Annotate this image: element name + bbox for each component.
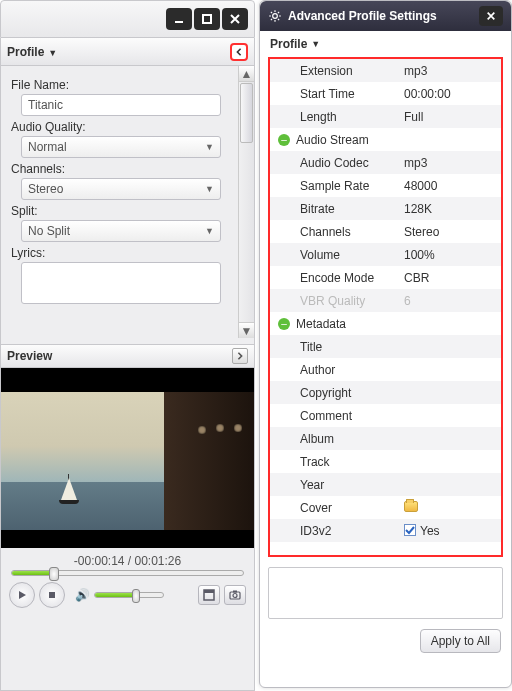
playback-time: -00:00:14 / 00:01:26 bbox=[1, 548, 254, 570]
setting-key: Copyright bbox=[270, 386, 400, 400]
folder-icon bbox=[404, 501, 418, 512]
split-select[interactable]: No Split▼ bbox=[21, 220, 221, 242]
advanced-settings-title: Advanced Profile Settings bbox=[288, 9, 437, 23]
settings-row[interactable]: VBR Quality6 bbox=[270, 289, 501, 312]
setting-key: Cover bbox=[270, 501, 400, 515]
close-button[interactable] bbox=[222, 8, 248, 30]
settings-row[interactable]: Extensionmp3 bbox=[270, 59, 501, 82]
advanced-settings-panel: Advanced Profile Settings Profile▼ Exten… bbox=[259, 0, 512, 688]
split-value: No Split bbox=[28, 224, 70, 238]
window-controls bbox=[0, 0, 255, 38]
play-button[interactable] bbox=[9, 582, 35, 608]
svg-point-8 bbox=[273, 14, 278, 19]
settings-row[interactable]: Volume100% bbox=[270, 243, 501, 266]
minimize-button[interactable] bbox=[166, 8, 192, 30]
setting-key: Bitrate bbox=[270, 202, 400, 216]
setting-key: Album bbox=[270, 432, 400, 446]
setting-value: Full bbox=[400, 110, 501, 124]
setting-key: Extension bbox=[270, 64, 400, 78]
profile-dropdown[interactable]: Profile▼ bbox=[260, 31, 511, 57]
setting-value: Yes bbox=[400, 524, 501, 538]
setting-key: Author bbox=[270, 363, 400, 377]
settings-row[interactable]: Album bbox=[270, 427, 501, 450]
expand-preview-button[interactable] bbox=[232, 348, 248, 364]
collapse-group-icon: – bbox=[278, 134, 290, 146]
dropdown-triangle-icon: ▼ bbox=[311, 39, 320, 49]
settings-row[interactable]: Comment bbox=[270, 404, 501, 427]
scroll-thumb[interactable] bbox=[240, 83, 253, 143]
collapse-left-button[interactable] bbox=[230, 43, 248, 61]
audio-quality-select[interactable]: Normal▼ bbox=[21, 136, 221, 158]
setting-key: Audio Codec bbox=[270, 156, 400, 170]
setting-key: Length bbox=[270, 110, 400, 124]
settings-row[interactable]: Bitrate128K bbox=[270, 197, 501, 220]
settings-row[interactable]: Track bbox=[270, 450, 501, 473]
setting-key: Encode Mode bbox=[270, 271, 400, 285]
collapse-group-icon: – bbox=[278, 318, 290, 330]
snapshot-button[interactable] bbox=[224, 585, 246, 605]
settings-row[interactable]: Encode ModeCBR bbox=[270, 266, 501, 289]
svg-rect-7 bbox=[233, 591, 237, 593]
settings-row[interactable]: Cover bbox=[270, 496, 501, 519]
profile-form: File Name: Audio Quality: Normal▼ Channe… bbox=[1, 66, 254, 338]
channels-select[interactable]: Stereo▼ bbox=[21, 178, 221, 200]
volume-slider[interactable] bbox=[94, 592, 164, 598]
svg-point-6 bbox=[233, 594, 237, 598]
dropdown-triangle-icon: ▼ bbox=[48, 48, 57, 58]
svg-rect-4 bbox=[204, 590, 214, 593]
video-preview[interactable] bbox=[1, 368, 254, 548]
setting-value: 100% bbox=[400, 248, 501, 262]
apply-to-all-button[interactable]: Apply to All bbox=[420, 629, 501, 653]
settings-row[interactable]: ID3v2Yes bbox=[270, 519, 501, 542]
file-name-input[interactable] bbox=[21, 94, 221, 116]
settings-row[interactable]: Copyright bbox=[270, 381, 501, 404]
lyrics-textarea[interactable] bbox=[21, 262, 221, 304]
audio-quality-label: Audio Quality: bbox=[11, 120, 230, 134]
setting-key: Sample Rate bbox=[270, 179, 400, 193]
file-name-label: File Name: bbox=[11, 78, 230, 92]
setting-value bbox=[400, 501, 501, 515]
settings-row[interactable]: Year bbox=[270, 473, 501, 496]
volume-icon: 🔊 bbox=[75, 588, 90, 602]
maximize-button[interactable] bbox=[194, 8, 220, 30]
fullscreen-button[interactable] bbox=[198, 585, 220, 605]
setting-value: mp3 bbox=[400, 64, 501, 78]
form-scrollbar[interactable]: ▲ ▼ bbox=[238, 66, 254, 338]
settings-row[interactable]: Title bbox=[270, 335, 501, 358]
profile-section-header[interactable]: Profile▼ bbox=[1, 38, 254, 66]
setting-key: Year bbox=[270, 478, 400, 492]
preview-header-label: Preview bbox=[7, 349, 52, 363]
settings-group[interactable]: –Audio Stream bbox=[270, 128, 501, 151]
setting-value: CBR bbox=[400, 271, 501, 285]
setting-key: ID3v2 bbox=[270, 524, 400, 538]
left-panel: Profile▼ File Name: Audio Quality: Norma… bbox=[0, 0, 255, 691]
advanced-settings-header: Advanced Profile Settings bbox=[260, 1, 511, 31]
settings-row[interactable]: LengthFull bbox=[270, 105, 501, 128]
group-label: Metadata bbox=[296, 317, 346, 331]
setting-key: Comment bbox=[270, 409, 400, 423]
preview-header: Preview bbox=[1, 344, 254, 368]
settings-row[interactable]: Audio Codecmp3 bbox=[270, 151, 501, 174]
advanced-close-button[interactable] bbox=[479, 6, 503, 26]
settings-row[interactable]: Author bbox=[270, 358, 501, 381]
volume-knob[interactable] bbox=[132, 589, 140, 603]
seek-slider[interactable] bbox=[11, 570, 244, 576]
audio-quality-value: Normal bbox=[28, 140, 67, 154]
settings-row[interactable]: Start Time00:00:00 bbox=[270, 82, 501, 105]
group-label: Audio Stream bbox=[296, 133, 369, 147]
scroll-down-icon[interactable]: ▼ bbox=[239, 322, 254, 338]
checkbox-icon[interactable] bbox=[404, 524, 416, 536]
settings-group[interactable]: –Metadata bbox=[270, 312, 501, 335]
split-label: Split: bbox=[11, 204, 230, 218]
setting-value: 48000 bbox=[400, 179, 501, 193]
setting-value: Stereo bbox=[400, 225, 501, 239]
setting-key: Channels bbox=[270, 225, 400, 239]
channels-label: Channels: bbox=[11, 162, 230, 176]
settings-row[interactable]: ChannelsStereo bbox=[270, 220, 501, 243]
stop-button[interactable] bbox=[39, 582, 65, 608]
seek-knob[interactable] bbox=[49, 567, 59, 581]
profile-header-label: Profile bbox=[7, 45, 44, 59]
value-editor[interactable] bbox=[268, 567, 503, 619]
scroll-up-icon[interactable]: ▲ bbox=[239, 66, 254, 82]
settings-row[interactable]: Sample Rate48000 bbox=[270, 174, 501, 197]
